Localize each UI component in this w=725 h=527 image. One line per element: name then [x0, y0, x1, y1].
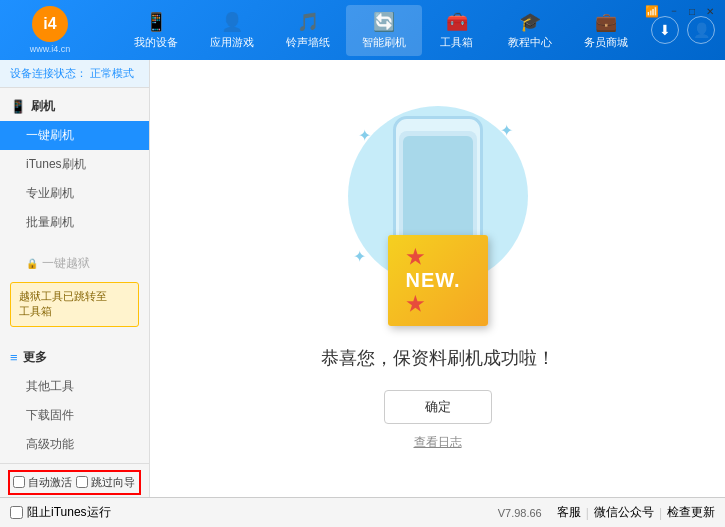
more-group-icon: ≡	[10, 350, 18, 365]
maximize-button[interactable]: □	[685, 4, 699, 18]
sidebar-item-pro-flash[interactable]: 专业刷机	[0, 179, 149, 208]
sidebar-disabled-jailbreak: 🔒 一键越狱	[0, 249, 149, 278]
auto-activate-input[interactable]	[13, 476, 25, 488]
nav-apps-games[interactable]: 👤 应用游戏	[194, 5, 270, 56]
success-text: 恭喜您，保资料刷机成功啦！	[321, 346, 555, 370]
footer: 阻止iTunes运行 V7.98.66 客服 | 微信公众号 | 检查更新	[0, 497, 725, 527]
tutorial-icon: 🎓	[519, 11, 541, 33]
nav-smart-flash[interactable]: 🔄 智能刷机	[346, 5, 422, 56]
sparkle-icon-3: ✦	[353, 247, 366, 266]
sparkle-icon-1: ✦	[358, 126, 371, 145]
wifi-icon: 📶	[645, 5, 659, 18]
sidebar-warning-box: 越狱工具已跳转至工具箱	[10, 282, 139, 327]
lock-icon: 🔒	[26, 258, 38, 269]
smart-flash-icon: 🔄	[373, 11, 395, 33]
minimize-button[interactable]: －	[667, 4, 681, 18]
footer-customer-service[interactable]: 客服	[557, 504, 581, 521]
logo-url: www.i4.cn	[30, 44, 71, 54]
sidebar-item-other-tools[interactable]: 其他工具	[0, 372, 149, 401]
nav-apps-games-label: 应用游戏	[210, 35, 254, 50]
skip-guide-checkbox[interactable]: 跳过向导	[76, 475, 135, 490]
header-right: ⬇ 👤	[651, 16, 715, 44]
nav-bar: 📱 我的设备 👤 应用游戏 🎵 铃声墙纸 🔄 智能刷机 🧰 工具箱 🎓	[110, 5, 651, 56]
new-badge: ★ NEW. ★	[388, 235, 488, 326]
sidebar: 设备连接状态： 正常模式 📱 刷机 一键刷机 iTunes刷机 专业刷机	[0, 60, 150, 497]
footer-wechat[interactable]: 微信公众号	[594, 504, 654, 521]
user-button[interactable]: 👤	[687, 16, 715, 44]
nav-tutorial-label: 教程中心	[508, 35, 552, 50]
my-device-icon: 📱	[145, 11, 167, 33]
service-icon: 💼	[595, 11, 617, 33]
device-section: 自动激活 跳过向导 📱 iPhone 15 Pro Max 512GB iPho…	[0, 463, 149, 497]
logo-icon: i4	[32, 6, 68, 42]
sidebar-more-section: ≡ 更多 其他工具 下载固件 高级功能	[0, 339, 149, 463]
window-controls: 📶 － □ ✕	[645, 4, 717, 18]
ringtones-icon: 🎵	[297, 11, 319, 33]
apps-games-icon: 👤	[221, 11, 243, 33]
close-button[interactable]: ✕	[703, 4, 717, 18]
toolbox-icon: 🧰	[446, 11, 468, 33]
sidebar-item-batch-flash[interactable]: 批量刷机	[0, 208, 149, 237]
nav-toolbox-label: 工具箱	[440, 35, 473, 50]
confirm-button[interactable]: 确定	[384, 390, 492, 424]
sidebar-flash-group[interactable]: 📱 刷机	[0, 92, 149, 121]
main-container: 设备连接状态： 正常模式 📱 刷机 一键刷机 iTunes刷机 专业刷机	[0, 60, 725, 497]
nav-my-device[interactable]: 📱 我的设备	[118, 5, 194, 56]
nav-ringtones[interactable]: 🎵 铃声墙纸	[270, 5, 346, 56]
sidebar-item-advanced[interactable]: 高级功能	[0, 430, 149, 459]
nav-my-device-label: 我的设备	[134, 35, 178, 50]
sidebar-more-group[interactable]: ≡ 更多	[0, 343, 149, 372]
sidebar-item-one-key-flash[interactable]: 一键刷机	[0, 121, 149, 150]
itunes-checkbox[interactable]	[10, 506, 23, 519]
content-area: ✦ ✦ ✦ ★ NEW. ★ 恭喜您，保资	[150, 60, 725, 497]
flash-group-icon: 📱	[10, 99, 26, 114]
sidebar-item-download-fw[interactable]: 下载固件	[0, 401, 149, 430]
nav-toolbox[interactable]: 🧰 工具箱	[422, 5, 492, 56]
itunes-bar[interactable]: 阻止iTunes运行	[10, 504, 111, 521]
version-label: V7.98.66	[498, 507, 542, 519]
nav-service-label: 务员商城	[584, 35, 628, 50]
header: i4 www.i4.cn 📱 我的设备 👤 应用游戏 🎵 铃声墙纸 🔄 智能刷机	[0, 0, 725, 60]
logo-area: i4 www.i4.cn	[10, 6, 90, 54]
sidebar-status: 设备连接状态： 正常模式	[0, 60, 149, 88]
phone-illustration: ✦ ✦ ✦ ★ NEW. ★	[338, 106, 538, 326]
sparkle-icon-2: ✦	[500, 121, 513, 140]
nav-tutorial[interactable]: 🎓 教程中心	[492, 5, 568, 56]
sidebar-flash-section: 📱 刷机 一键刷机 iTunes刷机 专业刷机 批量刷机	[0, 88, 149, 241]
nav-smart-flash-label: 智能刷机	[362, 35, 406, 50]
auto-activate-checkbox[interactable]: 自动激活	[13, 475, 72, 490]
sidebar-item-itunes-flash[interactable]: iTunes刷机	[0, 150, 149, 179]
skip-guide-input[interactable]	[76, 476, 88, 488]
footer-check-update[interactable]: 检查更新	[667, 504, 715, 521]
nav-ringtones-label: 铃声墙纸	[286, 35, 330, 50]
log-link[interactable]: 查看日志	[414, 434, 462, 451]
nav-service[interactable]: 💼 务员商城	[568, 5, 644, 56]
download-button[interactable]: ⬇	[651, 16, 679, 44]
auto-options-box: 自动激活 跳过向导	[8, 470, 141, 495]
